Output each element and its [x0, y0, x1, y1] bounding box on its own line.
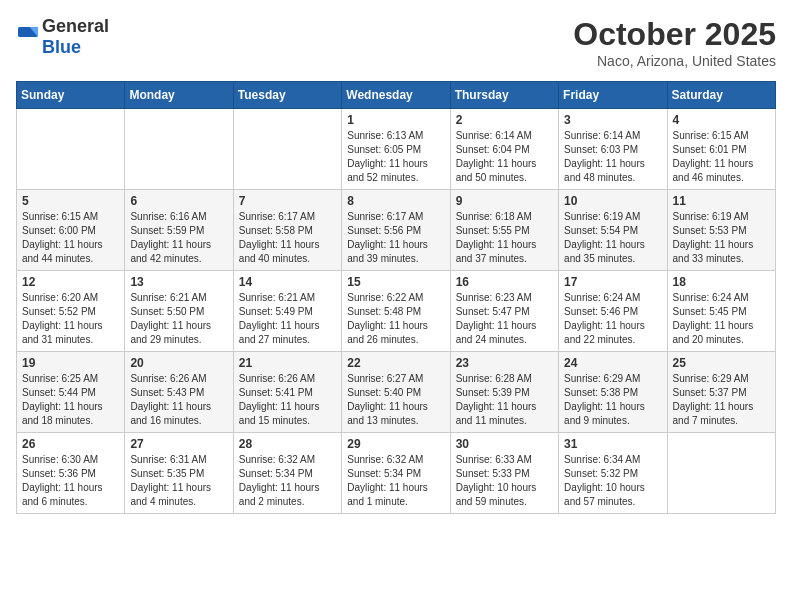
- day-info: Sunrise: 6:20 AMSunset: 5:52 PMDaylight:…: [22, 291, 119, 347]
- day-number: 20: [130, 356, 227, 370]
- calendar-cell: 13Sunrise: 6:21 AMSunset: 5:50 PMDayligh…: [125, 271, 233, 352]
- day-number: 18: [673, 275, 770, 289]
- calendar-cell: 28Sunrise: 6:32 AMSunset: 5:34 PMDayligh…: [233, 433, 341, 514]
- day-info: Sunrise: 6:21 AMSunset: 5:50 PMDaylight:…: [130, 291, 227, 347]
- calendar-week-row: 26Sunrise: 6:30 AMSunset: 5:36 PMDayligh…: [17, 433, 776, 514]
- day-info: Sunrise: 6:17 AMSunset: 5:58 PMDaylight:…: [239, 210, 336, 266]
- day-info: Sunrise: 6:18 AMSunset: 5:55 PMDaylight:…: [456, 210, 553, 266]
- day-number: 1: [347, 113, 444, 127]
- day-info: Sunrise: 6:24 AMSunset: 5:46 PMDaylight:…: [564, 291, 661, 347]
- day-info: Sunrise: 6:30 AMSunset: 5:36 PMDaylight:…: [22, 453, 119, 509]
- day-info: Sunrise: 6:32 AMSunset: 5:34 PMDaylight:…: [347, 453, 444, 509]
- day-number: 15: [347, 275, 444, 289]
- calendar-cell: 22Sunrise: 6:27 AMSunset: 5:40 PMDayligh…: [342, 352, 450, 433]
- day-info: Sunrise: 6:26 AMSunset: 5:43 PMDaylight:…: [130, 372, 227, 428]
- day-info: Sunrise: 6:27 AMSunset: 5:40 PMDaylight:…: [347, 372, 444, 428]
- weekday-header-cell: Wednesday: [342, 82, 450, 109]
- day-info: Sunrise: 6:26 AMSunset: 5:41 PMDaylight:…: [239, 372, 336, 428]
- calendar-cell: 27Sunrise: 6:31 AMSunset: 5:35 PMDayligh…: [125, 433, 233, 514]
- day-info: Sunrise: 6:15 AMSunset: 6:01 PMDaylight:…: [673, 129, 770, 185]
- day-number: 27: [130, 437, 227, 451]
- weekday-header-row: SundayMondayTuesdayWednesdayThursdayFrid…: [17, 82, 776, 109]
- calendar-cell: 9Sunrise: 6:18 AMSunset: 5:55 PMDaylight…: [450, 190, 558, 271]
- calendar-cell: 15Sunrise: 6:22 AMSunset: 5:48 PMDayligh…: [342, 271, 450, 352]
- day-info: Sunrise: 6:28 AMSunset: 5:39 PMDaylight:…: [456, 372, 553, 428]
- calendar-cell: 18Sunrise: 6:24 AMSunset: 5:45 PMDayligh…: [667, 271, 775, 352]
- day-info: Sunrise: 6:23 AMSunset: 5:47 PMDaylight:…: [456, 291, 553, 347]
- day-info: Sunrise: 6:22 AMSunset: 5:48 PMDaylight:…: [347, 291, 444, 347]
- calendar-table: SundayMondayTuesdayWednesdayThursdayFrid…: [16, 81, 776, 514]
- day-number: 26: [22, 437, 119, 451]
- logo-text-blue: Blue: [42, 37, 81, 57]
- title-block: October 2025 Naco, Arizona, United State…: [573, 16, 776, 69]
- day-info: Sunrise: 6:13 AMSunset: 6:05 PMDaylight:…: [347, 129, 444, 185]
- calendar-cell: 14Sunrise: 6:21 AMSunset: 5:49 PMDayligh…: [233, 271, 341, 352]
- calendar-cell: 29Sunrise: 6:32 AMSunset: 5:34 PMDayligh…: [342, 433, 450, 514]
- weekday-header-cell: Friday: [559, 82, 667, 109]
- calendar-cell: 8Sunrise: 6:17 AMSunset: 5:56 PMDaylight…: [342, 190, 450, 271]
- calendar-cell: 19Sunrise: 6:25 AMSunset: 5:44 PMDayligh…: [17, 352, 125, 433]
- day-number: 21: [239, 356, 336, 370]
- calendar-cell: [667, 433, 775, 514]
- day-info: Sunrise: 6:34 AMSunset: 5:32 PMDaylight:…: [564, 453, 661, 509]
- day-info: Sunrise: 6:14 AMSunset: 6:03 PMDaylight:…: [564, 129, 661, 185]
- day-number: 24: [564, 356, 661, 370]
- logo: General Blue: [16, 16, 109, 58]
- calendar-cell: 26Sunrise: 6:30 AMSunset: 5:36 PMDayligh…: [17, 433, 125, 514]
- logo-text-general: General: [42, 16, 109, 36]
- calendar-cell: 17Sunrise: 6:24 AMSunset: 5:46 PMDayligh…: [559, 271, 667, 352]
- location-title: Naco, Arizona, United States: [573, 53, 776, 69]
- calendar-cell: 10Sunrise: 6:19 AMSunset: 5:54 PMDayligh…: [559, 190, 667, 271]
- day-number: 8: [347, 194, 444, 208]
- day-info: Sunrise: 6:25 AMSunset: 5:44 PMDaylight:…: [22, 372, 119, 428]
- calendar-cell: [125, 109, 233, 190]
- day-number: 4: [673, 113, 770, 127]
- calendar-cell: 20Sunrise: 6:26 AMSunset: 5:43 PMDayligh…: [125, 352, 233, 433]
- month-title: October 2025: [573, 16, 776, 53]
- generalblue-icon: [18, 27, 38, 47]
- calendar-cell: 31Sunrise: 6:34 AMSunset: 5:32 PMDayligh…: [559, 433, 667, 514]
- day-number: 11: [673, 194, 770, 208]
- day-info: Sunrise: 6:24 AMSunset: 5:45 PMDaylight:…: [673, 291, 770, 347]
- day-info: Sunrise: 6:29 AMSunset: 5:38 PMDaylight:…: [564, 372, 661, 428]
- day-number: 7: [239, 194, 336, 208]
- day-number: 17: [564, 275, 661, 289]
- day-info: Sunrise: 6:17 AMSunset: 5:56 PMDaylight:…: [347, 210, 444, 266]
- day-info: Sunrise: 6:16 AMSunset: 5:59 PMDaylight:…: [130, 210, 227, 266]
- calendar-cell: 3Sunrise: 6:14 AMSunset: 6:03 PMDaylight…: [559, 109, 667, 190]
- day-info: Sunrise: 6:33 AMSunset: 5:33 PMDaylight:…: [456, 453, 553, 509]
- day-info: Sunrise: 6:19 AMSunset: 5:53 PMDaylight:…: [673, 210, 770, 266]
- day-number: 13: [130, 275, 227, 289]
- day-number: 23: [456, 356, 553, 370]
- calendar-cell: 11Sunrise: 6:19 AMSunset: 5:53 PMDayligh…: [667, 190, 775, 271]
- day-number: 6: [130, 194, 227, 208]
- calendar-cell: 21Sunrise: 6:26 AMSunset: 5:41 PMDayligh…: [233, 352, 341, 433]
- weekday-header-cell: Thursday: [450, 82, 558, 109]
- calendar-week-row: 19Sunrise: 6:25 AMSunset: 5:44 PMDayligh…: [17, 352, 776, 433]
- day-number: 28: [239, 437, 336, 451]
- weekday-header-cell: Monday: [125, 82, 233, 109]
- day-info: Sunrise: 6:19 AMSunset: 5:54 PMDaylight:…: [564, 210, 661, 266]
- calendar-cell: [233, 109, 341, 190]
- day-number: 29: [347, 437, 444, 451]
- weekday-header-cell: Sunday: [17, 82, 125, 109]
- calendar-cell: 1Sunrise: 6:13 AMSunset: 6:05 PMDaylight…: [342, 109, 450, 190]
- calendar-cell: 7Sunrise: 6:17 AMSunset: 5:58 PMDaylight…: [233, 190, 341, 271]
- day-info: Sunrise: 6:31 AMSunset: 5:35 PMDaylight:…: [130, 453, 227, 509]
- day-info: Sunrise: 6:15 AMSunset: 6:00 PMDaylight:…: [22, 210, 119, 266]
- day-number: 31: [564, 437, 661, 451]
- calendar-week-row: 1Sunrise: 6:13 AMSunset: 6:05 PMDaylight…: [17, 109, 776, 190]
- weekday-header-cell: Saturday: [667, 82, 775, 109]
- calendar-week-row: 12Sunrise: 6:20 AMSunset: 5:52 PMDayligh…: [17, 271, 776, 352]
- calendar-body: 1Sunrise: 6:13 AMSunset: 6:05 PMDaylight…: [17, 109, 776, 514]
- day-number: 30: [456, 437, 553, 451]
- calendar-cell: 30Sunrise: 6:33 AMSunset: 5:33 PMDayligh…: [450, 433, 558, 514]
- day-number: 25: [673, 356, 770, 370]
- day-info: Sunrise: 6:29 AMSunset: 5:37 PMDaylight:…: [673, 372, 770, 428]
- day-number: 19: [22, 356, 119, 370]
- calendar-cell: 2Sunrise: 6:14 AMSunset: 6:04 PMDaylight…: [450, 109, 558, 190]
- page-header: General Blue October 2025 Naco, Arizona,…: [16, 16, 776, 69]
- calendar-cell: 24Sunrise: 6:29 AMSunset: 5:38 PMDayligh…: [559, 352, 667, 433]
- calendar-cell: 6Sunrise: 6:16 AMSunset: 5:59 PMDaylight…: [125, 190, 233, 271]
- calendar-cell: 12Sunrise: 6:20 AMSunset: 5:52 PMDayligh…: [17, 271, 125, 352]
